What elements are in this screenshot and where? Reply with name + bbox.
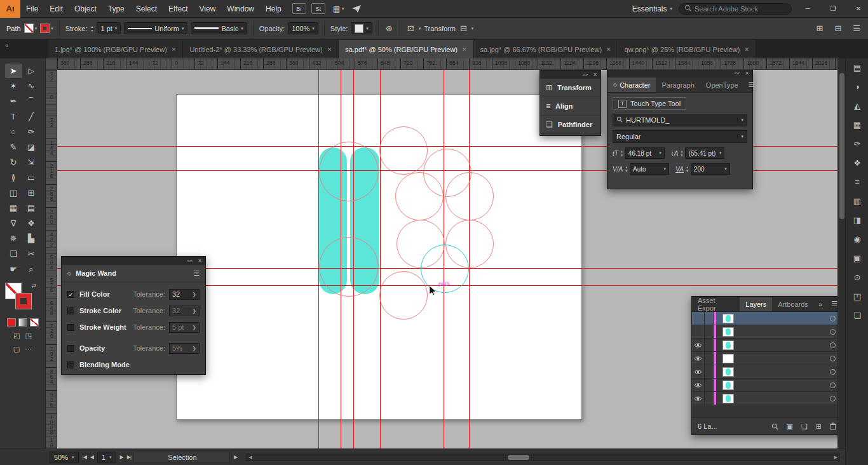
layer-thumbnail[interactable] [722,354,734,363]
stroke-panel-icon[interactable]: ≡ [851,175,864,188]
layer-thumbnail[interactable] [722,327,734,337]
stroke-color-checkbox[interactable] [67,307,74,314]
color-panel-icon[interactable]: ◑ [851,80,864,93]
menu-effect[interactable]: Effect [163,0,193,18]
menu-help[interactable]: Help [260,0,287,18]
document-tab[interactable]: sa.jpg* @ 66.67% (RGB/GPU Preview)✕ [474,40,618,58]
menu-select[interactable]: Select [130,0,163,18]
first-artboard-icon[interactable]: |◀ [83,454,86,460]
app-logo[interactable]: Ai [0,0,20,18]
stock-button[interactable]: St [311,3,325,14]
kerning-field[interactable]: Auto ▾ [630,163,669,175]
restore-button[interactable]: ❐ [824,0,843,18]
layer-target-icon[interactable] [830,369,836,375]
layer-lock-cell[interactable] [705,352,714,365]
slider-arrow-icon[interactable]: ❯ [192,346,196,351]
scale-tool[interactable]: ⇲ [23,155,40,170]
layer-row[interactable] [692,392,842,405]
graphic-style-select[interactable]: ▾ [351,22,372,34]
previous-artboard-icon[interactable]: ◀ [90,454,93,460]
menu-object[interactable]: Object [69,0,102,18]
links-panel-icon[interactable]: ⊙ [851,271,864,283]
edit-toolbar-icon[interactable]: ⋯ [25,345,32,353]
stroke-weight-field[interactable]: 1 pt ▾ [97,22,121,34]
tracking-field[interactable]: 200 ▾ [691,163,730,175]
layer-visibility-toggle[interactable] [692,325,705,338]
tab-close-icon[interactable]: ✕ [462,46,467,53]
close-panel-icon[interactable]: ✕ [593,72,597,78]
gradient-button[interactable] [18,318,27,327]
locate-object-icon[interactable] [771,423,778,430]
layer-target-icon[interactable] [830,382,836,388]
rotate-tool[interactable]: ↻ [5,155,22,170]
brush-definition-select[interactable]: Basic ▾ [191,22,247,34]
graphic-styles-panel-icon[interactable]: ▣ [851,252,864,264]
symbols-panel-icon[interactable]: ❖ [851,156,864,169]
close-panel-icon[interactable]: ✕ [198,258,202,264]
status-tool-indicator[interactable]: Selection [135,452,230,463]
scroll-left-icon[interactable]: ◀ [248,455,252,460]
panel-tab-pathfinder[interactable]: ❏Pathfinder [540,116,600,134]
font-size-field[interactable]: 46.18 pt ▾ [625,147,665,159]
tab-layers[interactable]: Layers [740,297,772,311]
scroll-right-icon[interactable]: ▶ [834,455,837,460]
path-circle[interactable] [395,172,444,220]
layer-lock-cell[interactable] [705,325,714,338]
lasso-tool[interactable]: ∿ [23,79,40,93]
layer-row[interactable] [692,339,842,352]
path-circle[interactable] [379,126,428,175]
line-segment-tool[interactable]: ╱ [23,109,40,124]
horizontal-ruler[interactable]: 3602882161447207214421628836043250457664… [57,58,837,70]
layer-visibility-toggle[interactable] [692,392,705,405]
perspective-grid-tool[interactable]: ⊞ [23,185,40,200]
panel-dock-icon[interactable]: ⊟ [833,24,843,33]
blending-mode-checkbox[interactable] [67,361,74,368]
leading-stepper[interactable]: ▲▼ [681,149,684,157]
tab-opentype[interactable]: OpenType [700,78,744,92]
layer-thumbnail[interactable] [722,340,734,350]
guide-vertical[interactable] [380,70,381,448]
menu-window[interactable]: Window [221,0,260,18]
arrange-documents-control[interactable]: ▦ ▾ [333,4,344,13]
expand-panel-icon[interactable]: » [814,300,827,308]
tab-close-icon[interactable]: ✕ [327,46,332,53]
close-panel-icon[interactable]: ✕ [745,71,749,76]
layer-lock-cell[interactable] [705,392,714,405]
recolor-artwork-icon[interactable]: ⊛ [384,24,394,33]
layer-target-icon[interactable] [830,316,836,321]
chevron-down-icon[interactable]: ▾ [737,118,743,123]
asset-export-panel-icon[interactable]: ◳ [851,290,864,302]
eraser-tool[interactable]: ◪ [23,140,40,154]
touch-type-tool-button[interactable]: T Touch Type Tool [613,97,686,110]
layer-visibility-toggle[interactable] [692,352,705,365]
font-size-stepper[interactable]: ▲▼ [620,149,623,157]
control-panel-menu-icon[interactable]: ☰ [851,24,862,33]
arrange-documents-icon[interactable]: ⊞ [815,24,825,33]
shape-builder-tool[interactable]: ◫ [5,185,22,200]
ellipse-tool[interactable]: ○ [5,125,22,139]
type-tool[interactable]: T [5,109,22,124]
panel-tab-align[interactable]: ≡Align [540,97,600,116]
layer-row[interactable] [692,365,842,379]
align-art-icon[interactable]: ⊡ [406,24,416,33]
path-circle[interactable] [319,142,379,201]
gradient-panel-icon[interactable]: ▥ [851,194,864,207]
selection-tool[interactable]: ➤ [5,64,22,78]
direct-selection-tool[interactable]: ▷ [23,64,40,78]
fill-color-control[interactable]: ▾ [24,24,37,33]
layer-target-icon[interactable] [830,356,836,361]
gradient-tool[interactable]: ▤ [23,201,40,215]
document-tab[interactable]: sa.pdf* @ 50% (RGB/GPU Preview)✕ [339,40,473,58]
layer-row[interactable] [692,325,842,339]
workspace-switcher[interactable]: Essentials ▾ [632,4,672,13]
none-button[interactable] [30,318,39,327]
stock-search-input[interactable]: Search Adobe Stock [679,3,792,15]
mesh-tool[interactable]: ▦ [5,201,22,215]
layer-lock-cell[interactable] [705,365,714,378]
minimize-button[interactable]: ─ [798,0,817,18]
transform-link[interactable]: Transform [424,25,456,32]
tab-close-icon[interactable]: ✕ [744,46,749,53]
layer-visibility-toggle[interactable] [692,365,705,378]
layer-thumbnail[interactable] [722,394,734,403]
panel-menu-icon[interactable]: ☰ [193,269,200,278]
